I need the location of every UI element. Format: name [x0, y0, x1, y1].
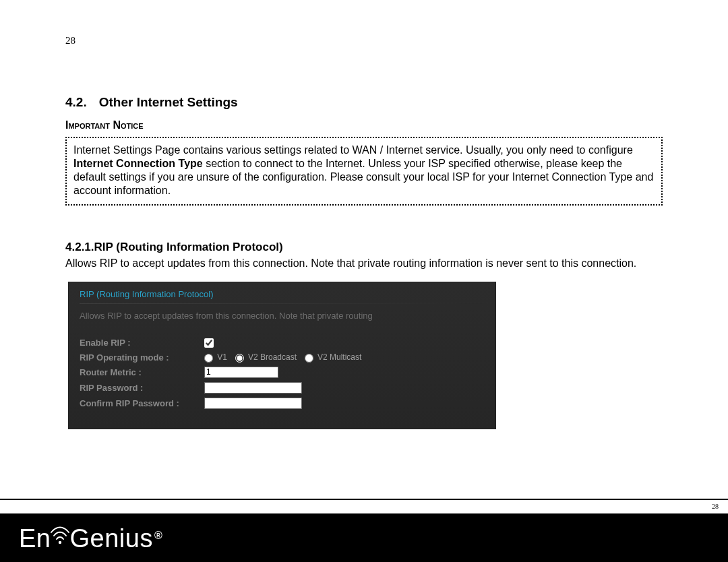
row-operating-mode: RIP Operating mode : V1 V2 Broadcast V2 … — [80, 350, 367, 364]
page-footer: 28 En Genius ® — [0, 499, 728, 562]
subsection-body: Allows RIP to accept updates from this c… — [65, 257, 663, 271]
label-confirm-rip-password: Confirm RIP Password : — [80, 396, 204, 411]
label-operating-mode: RIP Operating mode : — [80, 350, 204, 364]
radio-v2m-label: V2 Multicast — [317, 352, 361, 362]
section-title: Other Internet Settings — [99, 95, 238, 109]
panel-divider — [80, 303, 483, 304]
row-enable-rip: Enable RIP : — [80, 336, 367, 350]
brand-registered: ® — [154, 530, 162, 542]
panel-title: RIP (Routing Information Protocol) — [80, 289, 483, 299]
wifi-wave-icon — [49, 520, 71, 547]
input-router-metric[interactable] — [204, 367, 278, 378]
radio-v2b-label: V2 Broadcast — [248, 352, 297, 362]
notice-label: Important Notice — [65, 119, 663, 131]
brand-en: En — [19, 526, 51, 551]
notice-box: Internet Settings Page contains various … — [65, 137, 663, 206]
notice-text-before: Internet Settings Page contains various … — [73, 144, 633, 156]
label-enable-rip: Enable RIP : — [80, 336, 204, 350]
subsection-heading: 4.2.1.RIP (Routing Information Protocol) — [65, 241, 663, 254]
row-rip-password: RIP Password : — [80, 380, 367, 396]
input-confirm-rip-password[interactable] — [204, 398, 302, 409]
row-confirm-rip-password: Confirm RIP Password : — [80, 396, 367, 411]
notice-bold: Internet Connection Type — [73, 158, 203, 169]
radio-v2-multicast[interactable] — [305, 354, 313, 363]
label-router-metric: Router Metric : — [80, 365, 204, 380]
row-router-metric: Router Metric : — [80, 365, 367, 380]
radio-v2-broadcast[interactable] — [235, 354, 244, 363]
radio-v1-label: V1 — [217, 352, 227, 362]
subsection-number: 4.2.1. — [65, 241, 94, 253]
section-heading: 4.2.Other Internet Settings — [65, 95, 663, 110]
label-rip-password: RIP Password : — [80, 380, 204, 396]
subsection-title: RIP (Routing Information Protocol) — [94, 241, 283, 253]
checkbox-enable-rip[interactable] — [204, 338, 214, 348]
radio-v1[interactable] — [204, 354, 213, 363]
rip-fields-table: Enable RIP : RIP Operating mode : V1 V2 … — [80, 336, 367, 411]
brand-genius: Genius — [69, 526, 152, 551]
section-number: 4.2. — [65, 95, 87, 109]
footer-brand-bar: En Genius ® — [0, 513, 728, 562]
brand-logo: En Genius ® — [19, 524, 161, 551]
rip-settings-panel: RIP (Routing Information Protocol) Allow… — [68, 282, 496, 429]
footer-page-number: 28 — [0, 500, 728, 513]
panel-desc: Allows RIP to accept updates from this c… — [80, 311, 483, 321]
input-rip-password[interactable] — [204, 382, 302, 394]
page-number-top: 28 — [65, 35, 663, 46]
svg-point-0 — [59, 541, 61, 544]
